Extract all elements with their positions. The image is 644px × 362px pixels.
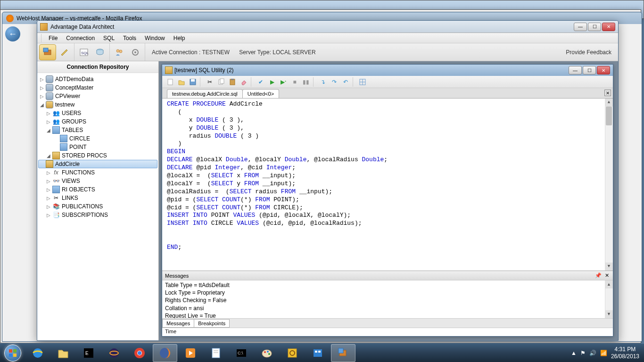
start-button[interactable] (0, 344, 25, 362)
sql-grid-icon[interactable] (357, 77, 368, 87)
menu-file[interactable]: File (45, 34, 61, 42)
sql-paste-icon[interactable] (227, 77, 238, 87)
tree-stored-procs[interactable]: ◢STORED PROCS (38, 151, 157, 160)
svg-rect-13 (220, 79, 224, 83)
tray-volume-icon[interactable]: 🔊 (589, 350, 596, 356)
sql-run-script-icon[interactable]: ▶* (278, 77, 289, 87)
sql-open-icon[interactable] (176, 77, 187, 87)
ada-titlebar[interactable]: Advantage Data Architect — ☐ ✕ (37, 21, 618, 33)
messages-body[interactable]: Table Type = ttAdsDefault Lock Type = Pr… (162, 280, 613, 318)
sql-minimize-button[interactable]: — (569, 66, 582, 74)
svg-point-6 (119, 50, 122, 53)
provide-feedback-link[interactable]: Provide Feedback (559, 49, 618, 56)
firefox-icon (6, 15, 14, 22)
system-tray[interactable]: ▲ ⚑ 🔊 📶 4:31 PM 26/08/2013 (566, 346, 644, 360)
sql-copy-icon[interactable] (216, 77, 226, 87)
messages-tab[interactable]: Messages (162, 319, 194, 328)
tree-table-circle[interactable]: CIRCLE (38, 134, 157, 143)
editor-scrollbar[interactable]: ▲ ▼ (605, 99, 613, 271)
taskbar-mediaplayer-icon[interactable] (178, 344, 203, 362)
msg-scroll-up-icon[interactable]: ▲ (605, 280, 613, 288)
toolbar-settings-icon[interactable] (128, 45, 143, 60)
scroll-down-icon[interactable]: ▼ (605, 263, 613, 271)
sql-step-out-icon[interactable]: ↶ (340, 77, 351, 87)
sql-stop-icon[interactable]: ■ (289, 77, 300, 87)
sql-pause-icon[interactable]: ▮▮ (301, 77, 311, 87)
sql-titlebar[interactable]: [testnew] SQL Utility (2) — ☐ ✕ (162, 65, 613, 76)
svg-point-23 (33, 348, 42, 358)
tree-links[interactable]: ▷✂LINKS (38, 194, 157, 202)
taskbar-firefox-icon[interactable] (153, 344, 177, 362)
taskbar-app2-icon[interactable] (305, 344, 330, 362)
taskbar-paint-icon[interactable] (255, 344, 279, 362)
tree-users[interactable]: ▷👥USERS (38, 109, 157, 117)
sql-tabs: testnew.debug.AddCircle.sql Untitled<0> … (162, 88, 613, 99)
taskbar-eclipse-icon[interactable] (102, 344, 126, 362)
tray-clock[interactable]: 4:31 PM 26/08/2013 (611, 346, 639, 360)
toolbar-connect-icon[interactable] (39, 44, 56, 60)
menu-sql[interactable]: SQL (99, 34, 118, 42)
maximize-button[interactable]: ☐ (588, 23, 601, 31)
tree-publications[interactable]: ▷📚PUBLICATIONS (38, 202, 157, 211)
taskbar-ie-icon[interactable] (25, 344, 50, 362)
taskbar-chrome-icon[interactable] (127, 344, 152, 362)
taskbar-explorer-icon[interactable] (51, 344, 75, 362)
sql-tab-addcircle[interactable]: testnew.debug.AddCircle.sql (167, 89, 243, 98)
sql-save-icon[interactable] (188, 77, 198, 87)
sql-tab-untitled[interactable]: Untitled<0> (242, 89, 279, 98)
msg-scroll-down-icon[interactable]: ▼ (605, 310, 613, 318)
tree-tables[interactable]: ◢TABLES (38, 126, 157, 134)
sql-tab-close-button[interactable]: ✕ (604, 90, 611, 96)
toolbar-query-icon[interactable] (92, 45, 107, 60)
messages-scrollbar[interactable]: ▲ ▼ (605, 280, 613, 318)
breakpoints-tab[interactable]: Breakpoints (194, 319, 230, 328)
tray-up-icon[interactable]: ▲ (571, 350, 577, 356)
sql-step-into-icon[interactable]: ↴ (318, 77, 328, 87)
taskbar-cmd-icon[interactable]: C:\ (229, 344, 254, 362)
taskbar-notepad-icon[interactable] (204, 344, 228, 362)
taskbar-app1-icon[interactable] (280, 344, 305, 362)
sql-editor[interactable]: CREATE PROCEDURE AddCircle ( x DOUBLE ( … (162, 99, 613, 271)
firefox-back-button[interactable]: ← (5, 26, 20, 41)
toolbar-users-icon[interactable] (112, 45, 127, 60)
tray-flag-icon[interactable]: ⚑ (580, 350, 586, 356)
tree-groups[interactable]: ▷👥GROUPS (38, 117, 157, 126)
minimize-button[interactable]: — (574, 23, 587, 31)
sql-check-icon[interactable]: ✔ (256, 77, 266, 87)
toolbar-edit-icon[interactable] (57, 45, 72, 60)
sql-erase-icon[interactable] (239, 77, 249, 87)
svg-point-41 (268, 353, 270, 355)
tree-subscriptions[interactable]: ▷📑SUBSCRIPTIONS (38, 211, 157, 219)
sql-cut-icon[interactable]: ✂ (205, 77, 215, 87)
tree-cpviewer[interactable]: ▷CPViewer (38, 92, 157, 100)
sql-new-icon[interactable] (165, 77, 175, 87)
tree-functions[interactable]: ▷fxFUNCTIONS (38, 168, 157, 177)
toolbar-sql-icon[interactable]: SQL (76, 45, 91, 60)
close-button[interactable]: ✕ (602, 23, 615, 31)
messages-close-icon[interactable]: ✕ (603, 272, 610, 279)
messages-pin-icon[interactable]: 📌 (595, 272, 602, 279)
menu-window[interactable]: Window (141, 34, 169, 42)
scroll-thumb[interactable] (606, 107, 612, 125)
tree-conceptmaster[interactable]: ▷ConceptMaster (38, 83, 157, 92)
tree-table-point[interactable]: POINT (38, 143, 157, 151)
menu-tools[interactable]: Tools (119, 34, 140, 42)
sql-step-over-icon[interactable]: ↷ (329, 77, 339, 87)
taskbar-ada-icon[interactable] (331, 344, 355, 362)
tree-proc-addcircle[interactable]: AddCircle (38, 160, 157, 168)
tree-testnew[interactable]: ◢testnew (38, 100, 157, 109)
tree-adtdemodata[interactable]: ▷ADTDemoData (38, 75, 157, 83)
connection-tree[interactable]: ▷ADTDemoData ▷ConceptMaster ▷CPViewer ◢t… (37, 73, 158, 340)
tree-views[interactable]: ▷👓VIEWS (38, 177, 157, 185)
connection-repository-title: Connection Repository (37, 61, 158, 73)
scroll-up-icon[interactable]: ▲ (605, 99, 613, 107)
sql-run-icon[interactable]: ▶ (267, 77, 277, 87)
sql-maximize-button[interactable]: ☐ (583, 66, 596, 74)
tray-network-icon[interactable]: 📶 (600, 350, 607, 356)
tree-ri-objects[interactable]: ▷RI OBJECTS (38, 185, 157, 194)
menu-help[interactable]: Help (170, 34, 189, 42)
svg-rect-46 (318, 351, 321, 353)
taskbar-terminal-icon[interactable]: E (76, 344, 101, 362)
sql-close-button[interactable]: ✕ (597, 66, 610, 74)
menu-connection[interactable]: Connection (62, 34, 99, 42)
